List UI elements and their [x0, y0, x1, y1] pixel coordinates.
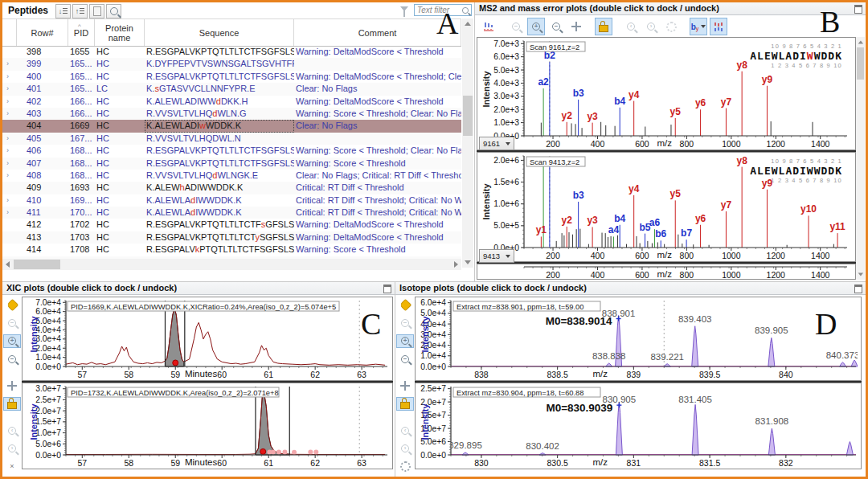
scroll-thumb[interactable] [14, 260, 60, 269]
zoom-next-button[interactable]: › [396, 441, 414, 455]
table-row-398[interactable]: 3981655HCR.ESGPALVKPTQTLTLTCTFSGFSLSTAGM… [2, 46, 461, 58]
error-bars-button[interactable] [710, 18, 727, 35]
table-row-403[interactable]: ›403166...HCR.VVSVLTVLHQdWLN.GWarning: S… [2, 108, 461, 120]
pan-button[interactable] [567, 18, 585, 35]
zoom-out-button[interactable]: − [3, 316, 21, 330]
row-expander-icon[interactable]: › [2, 96, 17, 108]
lock-button[interactable] [396, 397, 414, 411]
pan-button[interactable] [3, 379, 21, 392]
table-row-413[interactable]: 4131703HCR.ESGPALVKPTQTLTLTCTySGFSLSTAGM… [2, 231, 461, 244]
dock-icon[interactable] [854, 285, 862, 293]
isotope-panel-header[interactable]: Isotope plots (double click to dock / un… [395, 282, 866, 295]
scroll-right-button[interactable] [451, 259, 461, 269]
gear-button[interactable] [396, 460, 414, 473]
table-row-408[interactable]: ›408168...HCR.VVSVLTVLHQdWLNGK.EClear: N… [2, 170, 461, 182]
column-header-row-[interactable]: Row# [17, 19, 68, 46]
svg-text:M0=830.9039: M0=830.9039 [546, 402, 612, 414]
column-header-pid[interactable]: PID^ [68, 19, 95, 46]
scan-selector-9413[interactable]: 9413 [479, 249, 514, 263]
row-expander-icon[interactable]: › [2, 170, 17, 182]
table-row-401[interactable]: ›401165...LCK.sGTASVVCLLNNFYPR.EClear: N… [2, 83, 461, 95]
xic-plot-1[interactable]: Intensity PID=1669,K.ALEWLADIWWDDK.K,XIC… [22, 297, 393, 381]
table-row-407[interactable]: ›407168...HCR.ESGPALVKPTQTLTLTCTFSGFSLST… [2, 158, 461, 170]
dock-icon[interactable] [383, 285, 391, 293]
tag-button[interactable] [396, 298, 414, 312]
scroll-thumb[interactable] [463, 96, 473, 136]
ms2-vertical-scrollbar[interactable] [856, 37, 865, 280]
table-row-411[interactable]: ›411170...HCK.ALEWLAdIWWDDK.KCritical: R… [2, 207, 461, 219]
scroll-up-button[interactable] [462, 18, 473, 29]
column-header-protein-name[interactable]: Protein name [95, 19, 145, 46]
lock-button[interactable] [3, 397, 21, 411]
table-horizontal-scrollbar[interactable] [2, 259, 461, 270]
zoom-prev-button[interactable]: ‹ [622, 18, 640, 35]
gear-button[interactable] [662, 18, 680, 35]
scroll-thumb[interactable] [857, 47, 864, 80]
sort-descending-button[interactable]: ↓ [55, 4, 71, 18]
zoom-out-button[interactable]: − [547, 18, 565, 35]
table-row-405[interactable]: ›405167...HCR.VVSVLTVLHQDWL.N [2, 133, 461, 145]
table-row-399[interactable]: ›399165...HCK.DYFPEPVTVSWNSGALTSGVHTFPAV… [2, 58, 461, 70]
tag-button[interactable] [3, 298, 21, 312]
dock-icon[interactable] [854, 5, 862, 14]
row-expander-icon[interactable]: › [2, 71, 17, 83]
column-header-sequence[interactable]: Sequence [145, 19, 294, 46]
row-expander-icon[interactable]: › [2, 83, 17, 95]
table-header[interactable]: Row#PID^Protein nameSequenceComment [2, 18, 461, 47]
xic-panel-header[interactable]: XIC plots (double click to dock / undock… [2, 282, 395, 295]
ms2-spectrum-1[interactable]: Intensity a2b2y2b3y3b4y4y5y6y7y8y910 9 8… [477, 37, 856, 150]
lock-button[interactable] [595, 18, 612, 35]
xic-plot-2[interactable]: Intensity PID=1732,K.ALEWLADIWWDDK.K,Are… [22, 383, 393, 469]
zoom-next-button[interactable]: › [642, 18, 660, 35]
zoom-next-button[interactable]: › [3, 441, 21, 455]
table-row-404[interactable]: 4041669HCK.ALEWLADIwWDDK.KClear: No Flag… [2, 120, 461, 132]
spectrum-button[interactable] [480, 18, 497, 35]
svg-text:4.0e+3: 4.0e+3 [493, 79, 519, 88]
find-button[interactable] [106, 4, 121, 18]
row-expander-icon[interactable]: › [2, 194, 17, 207]
mass-error-axis[interactable]: 200400600800100012001400m/z [477, 264, 856, 280]
zoom-prev-icon: ‹ [401, 427, 409, 435]
zoom-prev-button[interactable]: ‹ [3, 424, 21, 437]
zoom-in-button[interactable]: + [527, 18, 545, 35]
row-expander-icon[interactable]: › [2, 108, 17, 120]
zoom-in-button[interactable]: + [3, 334, 21, 348]
ms2-panel-header[interactable]: MS2 and mass error plots (double click t… [475, 2, 866, 15]
fragment-ions-button[interactable]: by [690, 18, 707, 35]
cell-comment: Warning: Score < Threshold [294, 158, 461, 170]
report-button[interactable] [89, 4, 104, 18]
zoom-out-button[interactable]: − [396, 316, 414, 330]
scroll-left-button[interactable] [2, 259, 13, 269]
column-header-expander[interactable] [2, 19, 17, 46]
table-row-402[interactable]: ›402166...HCK.ALEWLADIWWdDKK.HWarning: D… [2, 96, 461, 108]
row-expander-icon[interactable]: › [2, 145, 17, 157]
table-row-412[interactable]: 4121702HCR.ESGPALVKPTQTLTLTCTFsGFSLSTAGM… [2, 219, 461, 231]
zoom-out-button[interactable]: − [396, 352, 414, 366]
sort-ascending-button[interactable]: ↑ [72, 4, 88, 18]
collapse-button[interactable]: × [3, 460, 21, 473]
table-row-406[interactable]: ›406168...HCR.ESGPALVKPTQTLTLTCTFSGFSLST… [2, 145, 461, 157]
scroll-down-button[interactable] [856, 270, 864, 278]
scan-selector-9161[interactable]: 9161 [479, 137, 514, 150]
zoom-out-button[interactable]: − [3, 352, 21, 366]
scroll-up-button[interactable] [856, 38, 864, 46]
table-row-414[interactable]: 4141708HCR.ESGPALVkPTQTLTLTCTFSGFSLSTAGM… [2, 244, 461, 256]
row-expander-icon[interactable]: › [2, 158, 17, 170]
ms2-spectrum-2[interactable]: Intensity y1a2b2y2b3y3a4b4y4b5a6b6y5b7y6… [477, 152, 856, 262]
filter-funnel-icon[interactable] [400, 6, 408, 11]
cell-comment: Warning: DeltaModScore < Threshold; Clea… [294, 71, 461, 83]
isotope-plot-2[interactable]: Intensity 829.895830.402830.905831.40583… [415, 383, 862, 469]
row-expander-icon[interactable]: › [2, 133, 17, 145]
table-vertical-scrollbar[interactable] [462, 18, 473, 268]
table-row-409[interactable]: 4091693HCK.ALEWhADIWWDDK.KCritical: RT D… [2, 182, 461, 194]
scroll-down-button[interactable] [462, 257, 473, 268]
table-row-410[interactable]: ›410169...HCK.ALEWLAdIWWDDK.KCritical: R… [2, 194, 461, 207]
row-expander-icon[interactable]: › [2, 207, 17, 219]
isotope-plot-1[interactable]: Intensity 838.838838.901839.221839.40383… [415, 297, 862, 381]
row-expander-icon[interactable]: › [2, 58, 17, 70]
pan-button[interactable] [396, 379, 414, 392]
zoom-prev-button[interactable]: ‹ [396, 424, 414, 437]
zoom-in-button[interactable]: + [396, 334, 414, 348]
table-row-400[interactable]: ›400165...HCR.ESGPALVKPTQTLTLTCTFSGFSLST… [2, 71, 461, 83]
zoom-out-button[interactable]: − [507, 18, 525, 35]
